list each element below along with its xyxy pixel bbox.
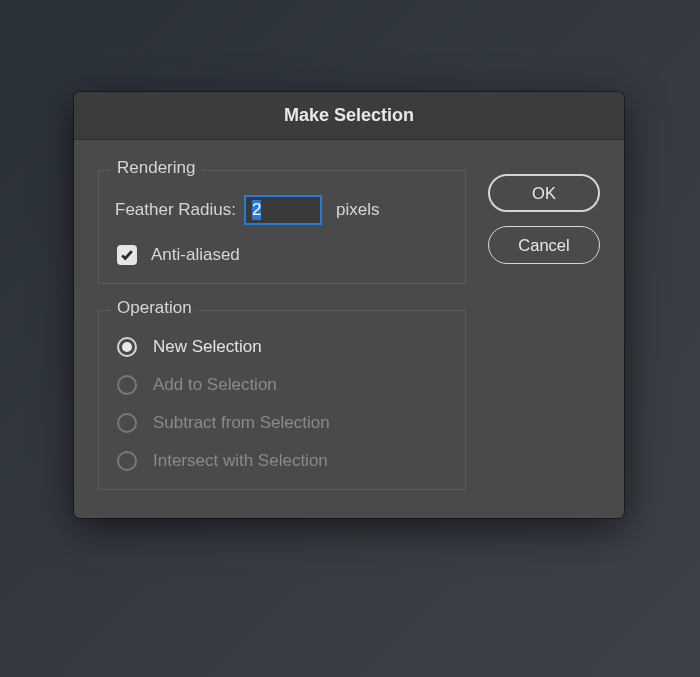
operation-option-new-selection[interactable]: New Selection bbox=[117, 337, 449, 357]
operation-group: Operation New Selection Add to Selection… bbox=[98, 310, 466, 490]
dialog-left-column: Rendering Feather Radius: pixels Anti-al… bbox=[98, 160, 466, 490]
ok-button[interactable]: OK bbox=[488, 174, 600, 212]
dialog-right-column: OK Cancel bbox=[488, 160, 600, 490]
operation-option-subtract-from-selection: Subtract from Selection bbox=[117, 413, 449, 433]
feather-radius-label: Feather Radius: bbox=[115, 200, 236, 220]
dialog-content: Rendering Feather Radius: pixels Anti-al… bbox=[74, 140, 624, 518]
radio-icon bbox=[117, 413, 137, 433]
radio-icon bbox=[117, 375, 137, 395]
cancel-button[interactable]: Cancel bbox=[488, 226, 600, 264]
check-icon bbox=[120, 248, 134, 262]
make-selection-dialog: Make Selection Rendering Feather Radius:… bbox=[74, 92, 624, 518]
antialiased-label: Anti-aliased bbox=[151, 245, 240, 265]
antialiased-row[interactable]: Anti-aliased bbox=[115, 245, 449, 265]
operation-option-label: New Selection bbox=[153, 337, 262, 357]
operation-option-label: Subtract from Selection bbox=[153, 413, 330, 433]
operation-radio-list: New Selection Add to Selection Subtract … bbox=[115, 329, 449, 471]
radio-icon[interactable] bbox=[117, 337, 137, 357]
antialiased-checkbox[interactable] bbox=[117, 245, 137, 265]
feather-radius-unit: pixels bbox=[336, 200, 379, 220]
feather-radius-input[interactable] bbox=[244, 195, 322, 225]
operation-legend: Operation bbox=[111, 298, 198, 318]
radio-icon bbox=[117, 451, 137, 471]
feather-radius-row: Feather Radius: pixels bbox=[115, 195, 449, 225]
operation-option-intersect-with-selection: Intersect with Selection bbox=[117, 451, 449, 471]
operation-option-label: Add to Selection bbox=[153, 375, 277, 395]
operation-option-label: Intersect with Selection bbox=[153, 451, 328, 471]
dialog-title: Make Selection bbox=[284, 105, 414, 126]
dialog-titlebar: Make Selection bbox=[74, 92, 624, 140]
rendering-legend: Rendering bbox=[111, 158, 201, 178]
rendering-group: Rendering Feather Radius: pixels Anti-al… bbox=[98, 170, 466, 284]
operation-option-add-to-selection: Add to Selection bbox=[117, 375, 449, 395]
